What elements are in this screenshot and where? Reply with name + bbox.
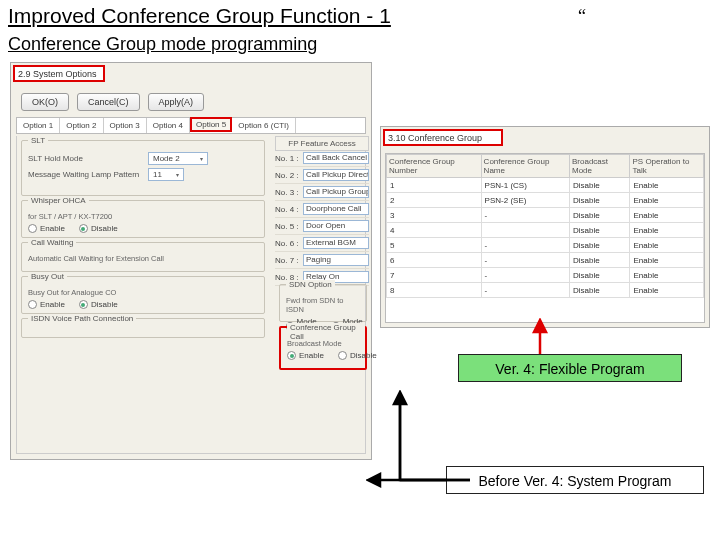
table-cell[interactable]: Disable bbox=[570, 208, 630, 223]
group-title-conf: Conference Group Call bbox=[287, 323, 365, 341]
table-row[interactable]: 6-DisableEnable bbox=[387, 253, 704, 268]
conf-enable-radio[interactable]: Enable bbox=[287, 351, 324, 360]
table-cell[interactable]: 4 bbox=[387, 223, 482, 238]
arrow-black-left-icon bbox=[366, 470, 456, 490]
table-cell[interactable]: Disable bbox=[570, 223, 630, 238]
apply-button[interactable]: Apply(A) bbox=[148, 93, 205, 111]
tab-option-6[interactable]: Option 6 (CTI) bbox=[232, 118, 296, 133]
feat-select[interactable]: Doorphone Call bbox=[303, 203, 369, 215]
feat-select[interactable]: Call Pickup Group bbox=[303, 186, 369, 198]
slt-hold-select[interactable]: Mode 2 bbox=[148, 152, 208, 165]
table-cell[interactable]: Enable bbox=[630, 238, 704, 253]
table-cell[interactable]: Enable bbox=[630, 208, 704, 223]
feat-select[interactable]: Door Open bbox=[303, 220, 369, 232]
col-number[interactable]: Conference Group Number bbox=[387, 155, 482, 178]
svg-marker-1 bbox=[534, 320, 546, 332]
table-cell[interactable]: - bbox=[481, 253, 569, 268]
tab-option-4[interactable]: Option 4 bbox=[147, 118, 190, 133]
table-cell[interactable]: - bbox=[481, 208, 569, 223]
table-row[interactable]: 8-DisableEnable bbox=[387, 283, 704, 298]
table-cell[interactable]: Enable bbox=[630, 283, 704, 298]
group-title-sdn: SDN Option bbox=[286, 280, 335, 289]
table-cell[interactable]: PSN-2 (SE) bbox=[481, 193, 569, 208]
busy-for-label: Busy Out for Analogue CO bbox=[28, 288, 116, 297]
feat-row: No. 7 :Paging bbox=[275, 252, 369, 269]
feat-select[interactable]: Paging bbox=[303, 254, 369, 266]
table-cell[interactable]: Enable bbox=[630, 178, 704, 193]
group-conference-call: Conference Group Call Broadcast Mode Ena… bbox=[279, 326, 367, 370]
col-bmode[interactable]: Broadcast Mode bbox=[570, 155, 630, 178]
mw-lamp-select[interactable]: 11 bbox=[148, 168, 184, 181]
feat-row: No. 1 :Call Back Cancel bbox=[275, 150, 369, 167]
table-cell[interactable] bbox=[481, 223, 569, 238]
tab-body: SLT SLT Hold ModeMode 2 Message Waiting … bbox=[16, 136, 366, 454]
table-row[interactable]: 2PSN-2 (SE)DisableEnable bbox=[387, 193, 704, 208]
feat-select[interactable]: Call Pickup Direct bbox=[303, 169, 369, 181]
tab-option-1[interactable]: Option 1 bbox=[17, 118, 60, 133]
conf-disable-radio[interactable]: Disable bbox=[338, 351, 377, 360]
table-cell[interactable]: 7 bbox=[387, 268, 482, 283]
svg-marker-5 bbox=[394, 392, 406, 404]
table-cell[interactable]: Enable bbox=[630, 193, 704, 208]
table-cell[interactable]: Enable bbox=[630, 268, 704, 283]
table-cell[interactable]: 2 bbox=[387, 193, 482, 208]
cancel-button[interactable]: Cancel(C) bbox=[77, 93, 140, 111]
arrow-red-icon bbox=[520, 318, 560, 358]
table-cell[interactable]: 8 bbox=[387, 283, 482, 298]
tab-row: Option 1 Option 2 Option 3 Option 4 Opti… bbox=[16, 117, 366, 134]
col-psop[interactable]: PS Operation to Talk bbox=[630, 155, 704, 178]
table-cell[interactable]: Enable bbox=[630, 253, 704, 268]
feat-select[interactable]: Call Back Cancel bbox=[303, 152, 369, 164]
busy-enable-radio[interactable]: Enable bbox=[28, 300, 65, 309]
slt-hold-label: SLT Hold Mode bbox=[28, 154, 148, 163]
feat-row: No. 5 :Door Open bbox=[275, 218, 369, 235]
whisper-enable-radio[interactable]: Enable bbox=[28, 224, 65, 233]
table-row[interactable]: 3-DisableEnable bbox=[387, 208, 704, 223]
table-cell[interactable]: - bbox=[481, 238, 569, 253]
tab-option-5[interactable]: Option 5 bbox=[190, 117, 232, 132]
mw-lamp-label: Message Waiting Lamp Pattern bbox=[28, 170, 148, 179]
busy-disable-radio[interactable]: Disable bbox=[79, 300, 118, 309]
table-row[interactable]: 5-DisableEnable bbox=[387, 238, 704, 253]
table-cell[interactable]: Disable bbox=[570, 268, 630, 283]
group-isdn: ISDN Voice Path Connection bbox=[21, 318, 265, 338]
group-title-slt: SLT bbox=[28, 136, 48, 145]
table-row[interactable]: 4DisableEnable bbox=[387, 223, 704, 238]
table-cell[interactable]: - bbox=[481, 268, 569, 283]
table-cell[interactable]: Enable bbox=[630, 223, 704, 238]
feat-row: No. 3 :Call Pickup Group bbox=[275, 184, 369, 201]
col-name[interactable]: Conference Group Name bbox=[481, 155, 569, 178]
table-row[interactable]: 7-DisableEnable bbox=[387, 268, 704, 283]
whisper-disable-radio[interactable]: Disable bbox=[79, 224, 118, 233]
table-cell[interactable]: 5 bbox=[387, 238, 482, 253]
table-cell[interactable]: Disable bbox=[570, 178, 630, 193]
button-row: OK(O) Cancel(C) Apply(A) bbox=[21, 93, 204, 111]
table-row[interactable]: 1PSN-1 (CS)DisableEnable bbox=[387, 178, 704, 193]
header-system-options: 2.9 System Options bbox=[13, 65, 105, 82]
callw-auto-label: Automatic Call Waiting for Extension Cal… bbox=[28, 254, 164, 263]
feat-row: No. 4 :Doorphone Call bbox=[275, 201, 369, 218]
table-cell[interactable]: Disable bbox=[570, 283, 630, 298]
table-cell[interactable]: Disable bbox=[570, 238, 630, 253]
table-cell[interactable]: 6 bbox=[387, 253, 482, 268]
ok-button[interactable]: OK(O) bbox=[21, 93, 69, 111]
table-cell[interactable]: 3 bbox=[387, 208, 482, 223]
system-options-window: 2.9 System Options OK(O) Cancel(C) Apply… bbox=[10, 62, 372, 460]
table-cell[interactable]: 1 bbox=[387, 178, 482, 193]
conference-group-window: 3.10 Conference Group Conference Group N… bbox=[380, 126, 710, 328]
whisper-for-label: for SLT / APT / KX-T7200 bbox=[28, 212, 112, 221]
feat-select[interactable]: External BGM bbox=[303, 237, 369, 249]
table-cell[interactable]: PSN-1 (CS) bbox=[481, 178, 569, 193]
table-cell[interactable]: - bbox=[481, 283, 569, 298]
table-cell[interactable]: Disable bbox=[570, 253, 630, 268]
table-cell[interactable]: Disable bbox=[570, 193, 630, 208]
quote-mark: “ bbox=[578, 6, 586, 27]
tab-option-2[interactable]: Option 2 bbox=[60, 118, 103, 133]
feature-access-header: FP Feature Access bbox=[275, 136, 369, 151]
page-subtitle: Conference Group mode programming bbox=[8, 34, 317, 55]
tab-option-3[interactable]: Option 3 bbox=[104, 118, 147, 133]
feat-row: No. 2 :Call Pickup Direct bbox=[275, 167, 369, 184]
header-conference-group: 3.10 Conference Group bbox=[383, 129, 503, 146]
callout-system-program: Before Ver. 4: System Program bbox=[446, 466, 704, 494]
feature-access-list: No. 1 :Call Back Cancel No. 2 :Call Pick… bbox=[275, 150, 369, 286]
